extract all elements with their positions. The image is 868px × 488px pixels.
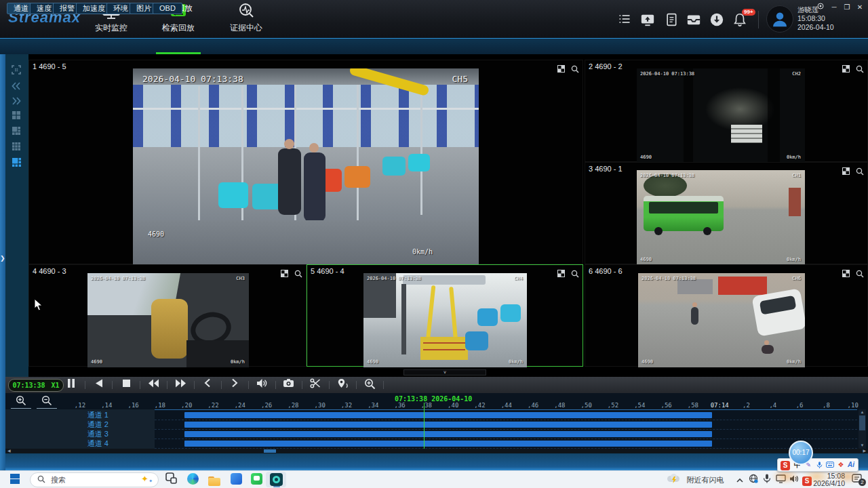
horizontal-scroll-thumb[interactable] <box>264 449 276 453</box>
stream-switch-icon[interactable] <box>281 270 288 277</box>
screen-push-icon[interactable] <box>639 12 656 28</box>
pause-button[interactable] <box>62 378 80 392</box>
pin-settings-button[interactable] <box>815 3 826 12</box>
video-tile-2[interactable]: 2 4690 - 2 2026-04-10 07:13:38 CH2 4690 … <box>585 60 868 162</box>
channel-label[interactable]: 通道 2 <box>41 420 108 429</box>
notification-center-icon[interactable]: 2 <box>852 473 864 485</box>
tile-label: 4 4690 - 3 <box>33 267 66 275</box>
stream-switch-icon[interactable] <box>842 167 850 175</box>
speaker-icon[interactable] <box>788 474 800 485</box>
video-tile-4[interactable]: 4 4690 - 3 2026-04-10 07:13:38 CH3 4690 … <box>28 264 307 367</box>
osd-speed: 0km/h <box>412 248 433 256</box>
record-bar[interactable] <box>184 412 712 418</box>
stop-button[interactable] <box>117 378 135 392</box>
ime-skin-icon[interactable]: ❖ <box>836 460 846 470</box>
video-feed-street: 2026-04-10 07:13:38 CH6 4690 0km/h <box>638 273 805 367</box>
minimize-button[interactable]: ─ <box>829 3 840 12</box>
stream-switch-icon[interactable] <box>557 65 565 73</box>
start-button[interactable] <box>7 474 23 488</box>
zoom-tile-icon[interactable] <box>856 270 864 278</box>
stream-switch-icon[interactable] <box>557 270 565 277</box>
close-button[interactable]: ✕ <box>854 3 865 12</box>
layout-6split-icon-active[interactable] <box>9 157 23 169</box>
snapshot-button[interactable] <box>279 378 297 392</box>
stream-switch-icon[interactable] <box>842 270 850 277</box>
video-tile-1[interactable]: 1 4690 - 5 2026-04-10 07:13:38 CH <box>28 60 583 264</box>
taskbar-weather[interactable]: 附近有闪电 <box>667 473 724 485</box>
rewind-button[interactable] <box>144 378 162 392</box>
previous-frame-button[interactable] <box>199 378 216 392</box>
hidden-icons-chevron[interactable] <box>734 474 746 485</box>
collapse-grid-handle[interactable]: ˅ <box>403 369 486 375</box>
timeline-horizontal-scrollbar[interactable]: ◀ ▶ <box>5 449 868 453</box>
scroll-up-arrow[interactable]: ▲ <box>859 409 866 415</box>
zoom-tile-icon[interactable] <box>571 270 579 278</box>
chat-app-icon[interactable] <box>248 472 264 487</box>
scroll-down-arrow[interactable]: ▼ <box>859 443 866 449</box>
play-backward-button[interactable] <box>90 378 107 392</box>
osd-device: 4690 <box>367 359 378 365</box>
task-list-icon[interactable] <box>616 12 633 28</box>
zoom-tile-icon[interactable] <box>856 65 864 73</box>
avatar[interactable] <box>766 5 793 33</box>
expand-right-icon[interactable] <box>9 96 23 108</box>
user-time: 15:08:30 <box>797 14 834 23</box>
fullscreen-icon[interactable] <box>9 65 23 77</box>
wallet-app-icon[interactable] <box>228 472 244 487</box>
tile-label: 5 4690 - 4 <box>311 267 344 275</box>
fast-forward-button[interactable] <box>172 378 189 392</box>
next-frame-button[interactable] <box>226 378 243 392</box>
collapse-left-icon[interactable] <box>9 81 23 93</box>
report-icon[interactable] <box>663 12 680 28</box>
surveillance-app-icon-active[interactable] <box>268 473 284 487</box>
inbox-icon[interactable] <box>685 12 703 28</box>
sync-zoom-button[interactable] <box>361 378 378 392</box>
layout-1plus5-icon[interactable] <box>9 126 23 138</box>
video-tile-6[interactable]: 6 4690 - 6 2026-04-10 07:13:38 CH6 4690 … <box>585 264 868 367</box>
row-separator <box>155 420 857 420</box>
restore-button[interactable]: ❐ <box>842 3 852 12</box>
microphone-icon[interactable] <box>761 474 773 485</box>
osd-timestamp: 2026-04-10 07:13:38 <box>642 276 696 281</box>
task-view-icon[interactable] <box>163 472 179 487</box>
clip-scissors-button[interactable] <box>307 378 324 392</box>
playhead-line[interactable] <box>424 403 425 449</box>
record-bar[interactable] <box>184 431 712 437</box>
zoom-tile-icon[interactable] <box>571 65 579 73</box>
vertical-scroll-thumb[interactable] <box>859 415 865 430</box>
display-cast-icon[interactable] <box>774 474 787 485</box>
network-globe-icon[interactable] <box>747 474 760 485</box>
edge-browser-icon[interactable] <box>184 472 201 487</box>
sogou-logo-icon[interactable]: S <box>780 460 791 470</box>
expand-panel-arrow[interactable]: ❯ <box>0 255 5 262</box>
ime-keyboard-icon[interactable] <box>825 460 835 470</box>
channel-label[interactable]: 通道 4 <box>41 439 108 448</box>
scroll-left-arrow[interactable]: ◀ <box>7 449 11 453</box>
record-bar[interactable] <box>184 422 712 428</box>
gps-track-button[interactable] <box>334 378 351 392</box>
scroll-right-arrow[interactable]: ▶ <box>863 449 866 453</box>
download-icon[interactable] <box>708 12 726 28</box>
stream-switch-icon[interactable] <box>842 65 850 73</box>
tab-obd[interactable]: OBD <box>153 3 182 14</box>
zoom-tile-icon[interactable] <box>856 167 864 176</box>
osd-device: 4690 <box>642 359 653 365</box>
recording-timer-bubble[interactable]: 00:17 <box>789 441 813 465</box>
sogou-ime-toolbar[interactable]: S 中 ✎ ❖ Ai <box>777 458 859 472</box>
channel-label[interactable]: 通道 1 <box>41 410 108 420</box>
taskbar-search[interactable]: 搜索 ✦ ✦ <box>30 472 159 487</box>
file-explorer-icon[interactable] <box>206 474 222 488</box>
channel-label[interactable]: 通道 3 <box>41 429 108 439</box>
zoom-tile-icon[interactable] <box>294 270 302 278</box>
nav-evidence-center[interactable]: 证据中心 <box>214 3 279 37</box>
taskbar-clock[interactable]: 15:08 2026/4/10 <box>811 472 845 487</box>
layout-grid9-icon[interactable] <box>9 142 23 154</box>
video-tile-5-selected[interactable]: 5 4690 - 4 2026-04-10 07:13:38 CH4 4690 … <box>307 264 583 367</box>
record-bar[interactable] <box>184 441 712 447</box>
timeline-rows[interactable]: 通道 1通道 2通道 3通道 4 <box>0 393 868 449</box>
ime-ai-button[interactable]: Ai <box>846 460 856 470</box>
volume-button[interactable] <box>253 378 271 392</box>
ime-mic-icon[interactable] <box>814 460 824 470</box>
video-tile-3[interactable]: 3 4690 - 1 2026-04-10 07:13:38 CH1 4690 … <box>585 162 868 264</box>
layout-grid4-icon[interactable] <box>9 110 23 123</box>
